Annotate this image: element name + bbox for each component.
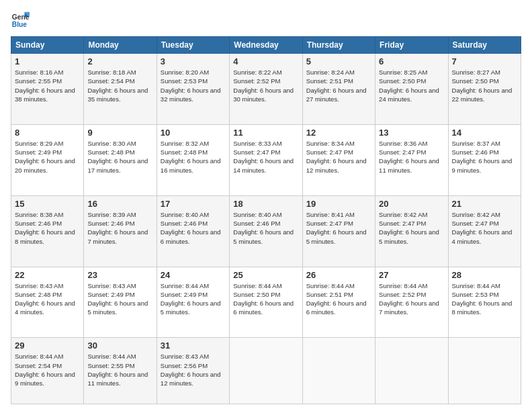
- table-row: 19 Sunrise: 8:41 AM Sunset: 2:47 PM Dayl…: [302, 195, 375, 267]
- day-number: 5: [306, 56, 371, 66]
- day-info: Sunrise: 8:44 AM Sunset: 2:54 PM Dayligh…: [15, 352, 80, 387]
- day-number: 25: [233, 270, 298, 280]
- table-row: 2 Sunrise: 8:18 AM Sunset: 2:54 PM Dayli…: [84, 54, 157, 125]
- table-row: 13 Sunrise: 8:36 AM Sunset: 2:47 PM Dayl…: [375, 124, 448, 195]
- table-row: 12 Sunrise: 8:34 AM Sunset: 2:47 PM Dayl…: [302, 124, 375, 195]
- header-wednesday: Wednesday: [230, 37, 302, 54]
- table-row: 11 Sunrise: 8:33 AM Sunset: 2:47 PM Dayl…: [230, 124, 302, 195]
- day-info: Sunrise: 8:44 AM Sunset: 2:49 PM Dayligh…: [161, 281, 226, 317]
- day-info: Sunrise: 8:34 AM Sunset: 2:47 PM Dayligh…: [306, 139, 371, 175]
- table-row: 9 Sunrise: 8:30 AM Sunset: 2:48 PM Dayli…: [84, 124, 157, 195]
- table-row: 28 Sunrise: 8:44 AM Sunset: 2:53 PM Dayl…: [448, 267, 521, 338]
- logo-icon: General Blue: [11, 11, 30, 30]
- table-row: 15 Sunrise: 8:38 AM Sunset: 2:46 PM Dayl…: [11, 195, 84, 267]
- table-row: 24 Sunrise: 8:44 AM Sunset: 2:49 PM Dayl…: [157, 267, 229, 338]
- table-row: 14 Sunrise: 8:37 AM Sunset: 2:46 PM Dayl…: [448, 124, 521, 195]
- table-row: 5 Sunrise: 8:24 AM Sunset: 2:51 PM Dayli…: [302, 54, 375, 125]
- day-info: Sunrise: 8:44 AM Sunset: 2:55 PM Dayligh…: [87, 352, 152, 387]
- day-info: Sunrise: 8:40 AM Sunset: 2:46 PM Dayligh…: [233, 210, 298, 246]
- day-info: Sunrise: 8:41 AM Sunset: 2:47 PM Dayligh…: [306, 210, 371, 246]
- day-number: 30: [87, 340, 152, 351]
- day-number: 26: [306, 270, 371, 280]
- day-number: 7: [452, 56, 517, 66]
- table-row: 31 Sunrise: 8:43 AM Sunset: 2:56 PM Dayl…: [157, 338, 229, 404]
- day-info: Sunrise: 8:43 AM Sunset: 2:48 PM Dayligh…: [15, 281, 80, 317]
- day-number: 20: [379, 199, 444, 209]
- svg-text:Blue: Blue: [12, 21, 28, 28]
- table-row: 3 Sunrise: 8:20 AM Sunset: 2:53 PM Dayli…: [157, 54, 229, 125]
- header-tuesday: Tuesday: [157, 37, 229, 54]
- day-info: Sunrise: 8:27 AM Sunset: 2:50 PM Dayligh…: [452, 68, 517, 103]
- day-number: 24: [161, 270, 226, 280]
- day-number: 16: [87, 199, 152, 209]
- table-row: 20 Sunrise: 8:42 AM Sunset: 2:47 PM Dayl…: [375, 195, 448, 267]
- day-info: Sunrise: 8:38 AM Sunset: 2:46 PM Dayligh…: [15, 210, 80, 246]
- table-row: 21 Sunrise: 8:42 AM Sunset: 2:47 PM Dayl…: [448, 195, 521, 267]
- day-info: Sunrise: 8:18 AM Sunset: 2:54 PM Dayligh…: [87, 68, 152, 103]
- header-friday: Friday: [375, 37, 448, 54]
- day-info: Sunrise: 8:44 AM Sunset: 2:53 PM Dayligh…: [452, 281, 517, 317]
- table-row: [230, 338, 302, 404]
- day-number: 29: [15, 340, 80, 351]
- day-number: 17: [161, 199, 226, 209]
- day-number: 12: [306, 128, 371, 138]
- day-number: 31: [161, 340, 226, 351]
- day-info: Sunrise: 8:25 AM Sunset: 2:50 PM Dayligh…: [379, 68, 444, 103]
- page: General Blue Sunday Monday Tuesday Wedne…: [0, 0, 532, 411]
- day-number: 22: [15, 270, 80, 280]
- day-info: Sunrise: 8:42 AM Sunset: 2:47 PM Dayligh…: [379, 210, 444, 246]
- day-number: 15: [15, 199, 80, 209]
- day-info: Sunrise: 8:16 AM Sunset: 2:55 PM Dayligh…: [15, 68, 80, 103]
- day-info: Sunrise: 8:43 AM Sunset: 2:49 PM Dayligh…: [87, 281, 152, 317]
- header-row: Sunday Monday Tuesday Wednesday Thursday…: [11, 37, 521, 54]
- day-info: Sunrise: 8:20 AM Sunset: 2:53 PM Dayligh…: [161, 68, 226, 103]
- day-number: 8: [15, 128, 80, 138]
- day-info: Sunrise: 8:44 AM Sunset: 2:50 PM Dayligh…: [233, 281, 298, 317]
- table-row: 17 Sunrise: 8:40 AM Sunset: 2:46 PM Dayl…: [157, 195, 229, 267]
- table-row: 4 Sunrise: 8:22 AM Sunset: 2:52 PM Dayli…: [230, 54, 302, 125]
- day-number: 18: [233, 199, 298, 209]
- day-number: 9: [87, 128, 152, 138]
- day-number: 21: [452, 199, 517, 209]
- day-info: Sunrise: 8:36 AM Sunset: 2:47 PM Dayligh…: [379, 139, 444, 175]
- table-row: 18 Sunrise: 8:40 AM Sunset: 2:46 PM Dayl…: [230, 195, 302, 267]
- day-number: 3: [161, 56, 226, 66]
- day-info: Sunrise: 8:24 AM Sunset: 2:51 PM Dayligh…: [306, 68, 371, 103]
- day-number: 11: [233, 128, 298, 138]
- day-number: 2: [87, 56, 152, 66]
- header-thursday: Thursday: [302, 37, 375, 54]
- day-number: 14: [452, 128, 517, 138]
- day-info: Sunrise: 8:39 AM Sunset: 2:46 PM Dayligh…: [87, 210, 152, 246]
- day-number: 10: [161, 128, 226, 138]
- day-number: 23: [87, 270, 152, 280]
- day-info: Sunrise: 8:22 AM Sunset: 2:52 PM Dayligh…: [233, 68, 298, 103]
- table-row: 8 Sunrise: 8:29 AM Sunset: 2:49 PM Dayli…: [11, 124, 84, 195]
- table-row: [375, 338, 448, 404]
- day-number: 13: [379, 128, 444, 138]
- header-monday: Monday: [84, 37, 157, 54]
- day-info: Sunrise: 8:33 AM Sunset: 2:47 PM Dayligh…: [233, 139, 298, 175]
- header-sunday: Sunday: [11, 37, 84, 54]
- table-row: 10 Sunrise: 8:32 AM Sunset: 2:48 PM Dayl…: [157, 124, 229, 195]
- day-info: Sunrise: 8:37 AM Sunset: 2:46 PM Dayligh…: [452, 139, 517, 175]
- table-row: 6 Sunrise: 8:25 AM Sunset: 2:50 PM Dayli…: [375, 54, 448, 125]
- day-number: 27: [379, 270, 444, 280]
- table-row: [302, 338, 375, 404]
- day-number: 19: [306, 199, 371, 209]
- day-info: Sunrise: 8:40 AM Sunset: 2:46 PM Dayligh…: [161, 210, 226, 246]
- header-saturday: Saturday: [448, 37, 521, 54]
- logo: General Blue: [11, 11, 32, 30]
- day-info: Sunrise: 8:42 AM Sunset: 2:47 PM Dayligh…: [452, 210, 517, 246]
- table-row: 23 Sunrise: 8:43 AM Sunset: 2:49 PM Dayl…: [84, 267, 157, 338]
- table-row: [448, 338, 521, 404]
- table-row: 25 Sunrise: 8:44 AM Sunset: 2:50 PM Dayl…: [230, 267, 302, 338]
- day-info: Sunrise: 8:44 AM Sunset: 2:51 PM Dayligh…: [306, 281, 371, 317]
- day-info: Sunrise: 8:43 AM Sunset: 2:56 PM Dayligh…: [161, 352, 226, 387]
- table-row: 30 Sunrise: 8:44 AM Sunset: 2:55 PM Dayl…: [84, 338, 157, 404]
- table-row: 26 Sunrise: 8:44 AM Sunset: 2:51 PM Dayl…: [302, 267, 375, 338]
- day-number: 6: [379, 56, 444, 66]
- top-section: General Blue: [11, 11, 521, 30]
- day-info: Sunrise: 8:29 AM Sunset: 2:49 PM Dayligh…: [15, 139, 80, 175]
- day-number: 1: [15, 56, 80, 66]
- table-row: 29 Sunrise: 8:44 AM Sunset: 2:54 PM Dayl…: [11, 338, 84, 404]
